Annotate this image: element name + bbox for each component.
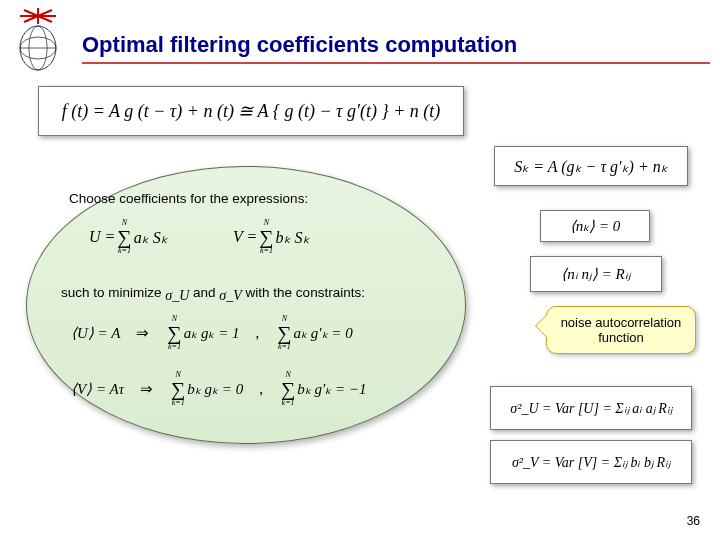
- sigma-V: σ_V: [219, 288, 241, 304]
- constraint-b1: bₖ gₖ = 0: [187, 380, 243, 398]
- nk-zero-equation: ⟨nₖ⟩ = 0: [540, 210, 650, 242]
- slide-title: Optimal filtering coefficients computati…: [82, 32, 710, 64]
- sum-lower: k=1: [168, 343, 181, 351]
- V-lhs: V =: [233, 228, 257, 246]
- U-rhs: aₖ Sₖ: [134, 228, 168, 247]
- minimize-text: such to minimize σ_U and σ_V with the co…: [61, 285, 365, 301]
- sum-lower: k=1: [282, 399, 295, 407]
- ninj-equation: ⟨nᵢ nⱼ⟩ = Rᵢⱼ: [530, 256, 662, 292]
- constraint-row-V: ⟨V⟩ = Aτ ⇒ N ∑ k=1 bₖ gₖ = 0 , N ∑ k=1 b…: [71, 371, 366, 407]
- and-text: and: [193, 285, 219, 300]
- constraints-text: with the constraints:: [246, 285, 365, 300]
- choose-text: Choose coefficients for the expressions:: [69, 191, 308, 206]
- constraint-a1: aₖ gₖ = 1: [184, 324, 240, 342]
- coefficients-box: Choose coefficients for the expressions:…: [26, 166, 466, 444]
- main-equation: f (t) = A g (t − τ) + n (t) ≅ A { g (t) …: [38, 86, 464, 136]
- noise-autocorrelation-callout: noise autocorrelation function: [546, 306, 696, 354]
- minimize-pre: such to minimize: [61, 285, 165, 300]
- V-definition: V = N ∑ k=1 bₖ Sₖ: [233, 219, 310, 255]
- constraint-b2: bₖ g′ₖ = −1: [297, 380, 366, 398]
- sum-lower: k=1: [260, 247, 273, 255]
- sum-lower: k=1: [172, 399, 185, 407]
- arrow-icon: ⇒: [136, 324, 149, 342]
- constraint-a2: aₖ g′ₖ = 0: [294, 324, 353, 342]
- sum-lower: k=1: [278, 343, 291, 351]
- expect-V: ⟨V⟩ = Aτ: [71, 380, 124, 398]
- U-definition: U = N ∑ k=1 aₖ Sₖ: [89, 219, 168, 255]
- var-U-equation: σ²_U = Var [U] = Σᵢⱼ aᵢ aⱼ Rᵢⱼ: [490, 386, 692, 430]
- U-lhs: U =: [89, 228, 115, 246]
- constraint-row-U: ⟨U⟩ = A ⇒ N ∑ k=1 aₖ gₖ = 1 , N ∑ k=1 aₖ…: [71, 315, 353, 351]
- var-V-equation: σ²_V = Var [V] = Σᵢⱼ bᵢ bⱼ Rᵢⱼ: [490, 440, 692, 484]
- institution-logo: [10, 6, 66, 72]
- V-rhs: bₖ Sₖ: [276, 228, 310, 247]
- arrow-icon: ⇒: [140, 380, 153, 398]
- expect-U: ⟨U⟩ = A: [71, 324, 120, 342]
- sigma-U: σ_U: [165, 288, 189, 304]
- page-number: 36: [687, 514, 700, 528]
- sk-equation: Sₖ = A (gₖ − τ g′ₖ) + nₖ: [494, 146, 688, 186]
- comma: ,: [259, 381, 263, 398]
- comma: ,: [256, 325, 260, 342]
- sum-lower: k=1: [118, 247, 131, 255]
